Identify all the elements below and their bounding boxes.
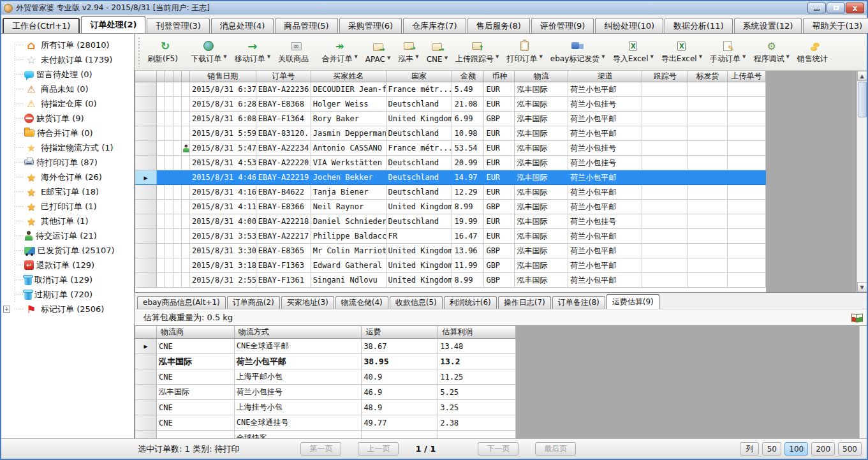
sidebar-item[interactable]: + E邮宝订单 (18) [1,184,134,199]
freight-row[interactable]: ▶ CNE CNE全球通挂号 49.77 2.38 [135,415,516,431]
col-header-profit[interactable]: 估算利润 [438,326,516,339]
detail-tab[interactable]: 订单商品(2) [227,296,280,309]
expand-plus-icon[interactable]: + [3,306,10,313]
order-row[interactable]: ▶ 2015/8/31 4:11 EBAY-E8366 Neil Raynor … [135,200,766,214]
menu-tab[interactable]: 刊登管理(3) [147,18,209,33]
page-button[interactable]: 最后页 [535,442,576,456]
col-header-upload-no[interactable]: 上传单号 [728,71,766,82]
col-header-channel[interactable]: 渠道 [568,71,642,82]
dropdown-arrow-icon[interactable]: ▼ [445,56,448,61]
order-row[interactable]: ▶ 2015/8/31 3:30 EBAY-E8365 Mr Colin Mar… [135,244,766,258]
toolbar-button[interactable]: 上传跟踪号 ▼ [452,38,503,66]
dropdown-arrow-icon[interactable]: ▼ [354,54,357,59]
col-header-carrier[interactable]: 物流商 [157,326,235,339]
page-size-button[interactable]: 500 [838,442,862,456]
scroll-down-icon[interactable]: ▼ [857,282,867,292]
page-button[interactable]: 第一页 [300,442,341,456]
toolbar-button[interactable]: 程序调试 ▼ [749,38,793,66]
menu-tab[interactable]: 纠纷处理(10) [595,18,663,33]
detail-tab[interactable]: 利润统计(6) [444,296,497,309]
sidebar-item[interactable]: + 退款订单 (129) [1,258,134,272]
sidebar-item[interactable]: + 待合并订单 (0) [1,126,134,140]
menu-tab[interactable]: 仓库库存(7) [403,18,466,33]
sidebar-item[interactable]: + 海外仓订单 (26) [1,170,134,184]
menu-tab[interactable]: 消息处理(4) [211,18,274,33]
detail-tab[interactable]: 操作日志(7) [498,296,551,309]
toolbar-button[interactable]: 合并订单 ▼ [318,38,361,66]
toolbar-button[interactable]: 销售统计 ▼ [793,38,837,66]
menu-tab[interactable]: 评价管理(9) [531,18,594,33]
vertical-scrollbar[interactable]: ▲ ▼ [857,71,867,292]
order-row[interactable]: ▶ 2015/8/31 4:00 EBAY-A22218 Daniel Schn… [135,214,766,229]
col-header-country[interactable]: 国家 [386,71,453,82]
menu-tab[interactable]: 系统设置(12) [734,18,802,33]
sidebar-item[interactable]: + 取消订单 (129) [1,272,134,287]
page-size-button[interactable]: 列 [740,442,759,456]
toolbar-button[interactable]: 移动订单 ▼ [231,38,274,66]
toolbar-button[interactable]: CNE ▼ [423,39,452,66]
sidebar-item[interactable]: + 待指定物流方式 (1) [1,140,134,155]
scrollbar-thumb[interactable] [858,82,867,117]
dropdown-arrow-icon[interactable]: ▼ [699,54,702,59]
sidebar-item[interactable]: + 已打印订单 (1) [1,199,134,214]
page-button[interactable]: 下一页 [478,442,519,456]
sidebar-item[interactable]: + 未付款订单 (1739) [1,52,134,67]
menu-tab[interactable]: 订单处理(2) [81,16,145,33]
order-row[interactable]: ▶ 2015/8/31 2:55 EBAY-F1361 Singani Ndlo… [135,273,766,288]
dropdown-arrow-icon[interactable]: ▼ [387,56,390,61]
toolbar-button[interactable]: 手动订单 ▼ [706,38,749,66]
dropdown-arrow-icon[interactable]: ▼ [742,54,746,59]
page-button[interactable]: 上一页 [358,442,399,456]
menu-tab[interactable]: 帮助关于(13) [803,18,868,33]
order-row[interactable]: ▶ 2015/8/31 4:53 EBAY-A22220 VIA Werkstä… [135,156,766,170]
toolbar-button[interactable]: 导出Excel ▼ [658,38,706,66]
page-size-button[interactable]: 100 [784,442,808,456]
toolbar-button[interactable]: 下载订单 ▼ [187,38,230,66]
sidebar-item[interactable]: + 待指定仓库 (0) [1,96,134,111]
order-row[interactable]: ▶ 2015/8/31 6:37 EBAY-A22236 DECOUDIER J… [135,82,766,97]
dropdown-arrow-icon[interactable]: ▼ [650,54,653,59]
freight-row[interactable]: ▶ 泓丰国际 荷兰小包挂号 46.9 5.25 [135,385,516,400]
menu-tab[interactable]: 商品管理(5) [275,18,337,33]
dropdown-arrow-icon[interactable]: ▼ [496,54,499,59]
minimize-button[interactable] [807,3,826,13]
sidebar-item[interactable]: + 其他订单 (1) [1,214,134,228]
sidebar-item[interactable]: + 标记订单 (2506) [1,302,134,316]
detail-tab[interactable]: 运费估算(9) [607,294,659,309]
close-button[interactable]: x [846,3,864,13]
menu-tab[interactable]: 工作台(Ctrl+1) [3,18,80,33]
sidebar-item[interactable]: + 所有订单 (28010) [1,38,134,52]
detail-tab[interactable]: 买家地址(3) [281,296,334,309]
freight-row[interactable]: ▶ 泓丰国际 荷兰小包平邮 38.95 13.2 [135,354,516,369]
freight-row[interactable]: ▶ CNE 上海挂号小包 48.9 3.25 [135,400,516,415]
sidebar-item[interactable]: + 过期订单 (720) [1,287,134,302]
order-row[interactable]: ▶ 2015/8/31 5:47 EBAY-A22234 Antonio CAS… [135,141,766,156]
freight-row[interactable]: ▶ CNE 上海平邮小包 40.9 11.25 [135,369,516,385]
col-header-sale-date[interactable]: 销售日期 [190,71,256,82]
dropdown-arrow-icon[interactable]: ▼ [415,54,418,59]
dropdown-arrow-icon[interactable]: ▼ [601,54,605,59]
toolbar-button[interactable]: ebay标记发货 ▼ [547,38,609,66]
detail-tab[interactable]: 收款信息(5) [390,296,443,309]
toolbar-button[interactable]: 刷新(F5) ▼ [143,38,187,66]
detail-tab[interactable]: 物流仓储(4) [335,296,388,309]
toolbar-button[interactable]: 泓丰 ▼ [394,38,422,66]
scroll-up-icon[interactable]: ▲ [857,71,867,81]
col-header-tracking[interactable]: 跟踪号 [642,71,688,82]
freight-row[interactable]: ▶ 全球快客 [135,431,516,438]
col-header-ship-flag[interactable]: 标发货 [688,71,728,82]
toolbar-grip[interactable] [138,38,141,67]
order-row[interactable]: ▶ 2015/8/31 6:28 EBAY-E8368 Holger Weiss… [135,97,766,112]
sidebar-item[interactable]: + 商品未知 (0) [1,82,134,96]
order-row[interactable]: ▶ 2015/8/31 3:18 EBAY-F1363 Edward Gathe… [135,258,766,273]
sidebar-item[interactable]: + 待交运订单 (21) [1,228,134,243]
restore-button[interactable] [827,3,845,13]
dropdown-arrow-icon[interactable]: ▼ [786,54,789,59]
dropdown-arrow-icon[interactable]: ▼ [539,54,542,59]
dropdown-arrow-icon[interactable]: ▼ [267,54,270,59]
order-row[interactable]: ▶ 2015/8/31 5:59 EBAY-83120... Jasmin De… [135,126,766,141]
detail-tab[interactable]: ebay商品信息(Alt+1) [137,296,226,309]
menu-tab[interactable]: 售后服务(8) [467,18,530,33]
col-header-currency[interactable]: 币种 [484,71,515,82]
dropdown-arrow-icon[interactable]: ▼ [223,54,226,59]
